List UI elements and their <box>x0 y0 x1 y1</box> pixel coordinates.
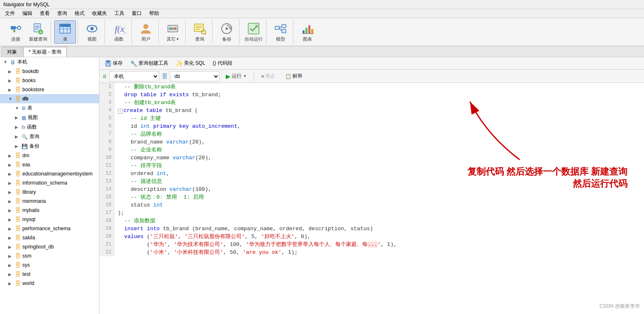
beautify-label: 美化 SQL <box>184 60 205 67</box>
connect-button[interactable]: + 连接 <box>5 20 27 44</box>
sidebar-memmana-label: memmana <box>22 198 46 204</box>
sidebar-local[interactable]: ▼ 🖥 本机 <box>0 57 99 67</box>
menu-edit[interactable]: 编辑 <box>19 9 36 18</box>
table-type-icon: ⊞ <box>22 105 26 111</box>
other-button[interactable]: 其它 ▼ <box>162 20 184 44</box>
tab-query[interactable]: * 无标题 - 查询 <box>23 47 67 57</box>
view-group: 视图 <box>80 19 105 44</box>
code-snippet-button[interactable]: () 代码段 <box>210 58 235 68</box>
sidebar-item-info-schema[interactable]: ▶ 🗄 information_schema <box>0 178 99 187</box>
user-button[interactable]: 用户 <box>135 20 157 44</box>
run-button[interactable]: ▶ 运行 ▼ <box>222 71 250 81</box>
menu-view[interactable]: 查看 <box>36 9 53 18</box>
sidebar-item-mysql[interactable]: ▶ 🗄 mysql <box>0 215 99 224</box>
svg-point-17 <box>90 27 94 30</box>
menu-window[interactable]: 窗口 <box>128 9 145 18</box>
svg-rect-44 <box>305 28 307 34</box>
sidebar-item-query-db[interactable]: ▶ 🔍 查询 <box>0 132 99 141</box>
beautify-sql-button[interactable]: ✨ 美化 SQL <box>173 58 208 68</box>
menu-help[interactable]: 帮助 <box>146 9 162 18</box>
sidebar-mybatis-label: mybatis <box>22 207 39 213</box>
bookdb-icon: 🗄 <box>15 68 21 75</box>
menu-format[interactable]: 格式 <box>71 9 88 18</box>
sidebar-item-db[interactable]: ▼ 🗄 db <box>0 94 99 103</box>
autorun-button[interactable]: 自动运行 <box>243 20 264 44</box>
new-query-button[interactable]: + 新建查询 <box>27 20 49 44</box>
fold-icon-4[interactable]: - <box>118 109 123 114</box>
sidebar-item-books[interactable]: ▶ 🗄 books <box>0 76 99 85</box>
query-create-icon: 🔧 <box>130 60 137 67</box>
sidebar-item-func[interactable]: ▶ fx 函数 <box>0 122 99 132</box>
library-expand-icon: ▶ <box>8 190 13 195</box>
code-line-16: status int <box>118 201 641 209</box>
sidebar-item-library[interactable]: ▶ 🗄 library <box>0 187 99 197</box>
query-group: 查询 <box>187 19 213 44</box>
svg-rect-39 <box>282 24 286 28</box>
query-create-label: 查询创建工具 <box>138 60 168 67</box>
menu-query[interactable]: 查询 <box>54 9 70 18</box>
query-create-button[interactable]: 🔧 查询创建工具 <box>127 58 171 68</box>
sidebar-item-bookstore[interactable]: ▶ 🗄 bookstore <box>0 85 99 94</box>
eas-expand-icon: ▶ <box>8 163 13 167</box>
code-line-12: ordered int, <box>118 170 641 178</box>
chart-button[interactable]: 图表 <box>297 20 318 44</box>
backup-button[interactable]: 备份 <box>216 20 237 44</box>
menu-tools[interactable]: 工具 <box>111 9 128 18</box>
svg-point-23 <box>169 27 172 30</box>
code-line-8: brand_name varchar(20), <box>118 138 641 146</box>
line-num-18: 18 <box>99 217 114 225</box>
save-icon <box>105 60 111 67</box>
sidebar-item-perf-schema[interactable]: ▶ 🗄 performance_schema <box>0 224 99 233</box>
sidebar-item-sys[interactable]: ▶ 🗄 sys <box>0 260 99 270</box>
model-button[interactable]: 模型 <box>270 20 291 44</box>
sidebar-item-table[interactable]: ▼ ⊞ 表 <box>0 103 99 113</box>
code-content[interactable]: -- 删除tb_brand表 drop table if exists tb_b… <box>114 83 644 256</box>
tab-object[interactable]: 对象 <box>2 47 22 57</box>
sidebar-item-springboot-db[interactable]: ▶ 🗄 springboot_db <box>0 242 99 251</box>
sql-editor[interactable]: 1 2 3 4 5 6 7 8 9 10 11 12 13 14 15 16 1… <box>99 83 644 314</box>
sidebar-item-eas[interactable]: ▶ 🗄 eas <box>0 160 99 169</box>
sidebar-item-world[interactable]: ▶ 🗄 world <box>0 279 99 288</box>
sidebar-item-bookdb[interactable]: ▶ 🗄 bookdb <box>0 67 99 76</box>
model-group: 模型 <box>268 19 293 44</box>
sidebar-func-label: 函数 <box>27 124 37 131</box>
run-icon: ▶ <box>226 73 230 80</box>
table-button[interactable]: 表 <box>54 20 76 44</box>
other-label: 其它 <box>167 36 176 42</box>
explain-button[interactable]: 📋 解释 <box>281 71 306 81</box>
sidebar-item-test[interactable]: ▶ 🗄 test <box>0 270 99 279</box>
view-button[interactable]: 视图 <box>81 20 103 44</box>
query-db-expand-icon: ▶ <box>15 134 20 139</box>
sidebar-ems-label: educationalmanagementsystem <box>22 171 92 177</box>
connection-select[interactable]: 本机 <box>109 71 159 81</box>
sidebar-item-backup-db[interactable]: ▶ 💾 备份 <box>0 141 99 151</box>
menu-favorites[interactable]: 收藏夹 <box>89 9 110 18</box>
bookstore-expand-icon: ▶ <box>8 88 13 92</box>
ems-expand-icon: ▶ <box>8 172 13 176</box>
sidebar-item-mybatis[interactable]: ▶ 🗄 mybatis <box>0 206 99 215</box>
function-group: f(x) 函数 <box>107 19 132 44</box>
menu-file[interactable]: 文件 <box>2 9 18 18</box>
sidebar-item-dm[interactable]: ▶ 🗄 dm <box>0 151 99 160</box>
line-num-7: 7 <box>99 130 114 138</box>
database-select[interactable]: db <box>170 71 220 81</box>
query-icon <box>193 22 206 35</box>
query-button[interactable]: 查询 <box>189 20 211 44</box>
sidebar-sys-label: sys <box>22 262 30 268</box>
sidebar-item-view[interactable]: ▶ ▦ 视图 <box>0 113 99 122</box>
svg-point-34 <box>225 27 228 30</box>
sidebar-item-memmana[interactable]: ▶ 🗄 memmana <box>0 197 99 206</box>
sidebar-item-ems[interactable]: ▶ 🗄 educationalmanagementsystem <box>0 169 99 178</box>
table-icon <box>58 22 72 35</box>
svg-point-24 <box>172 27 174 30</box>
sidebar-item-ssm[interactable]: ▶ 🗄 ssm <box>0 251 99 260</box>
view-icon <box>85 22 99 35</box>
save-button[interactable]: 保存 <box>102 58 126 68</box>
info-schema-expand-icon: ▶ <box>8 181 13 185</box>
sidebar-item-sakila[interactable]: ▶ 🗄 sakila <box>0 233 99 242</box>
function-button[interactable]: f(x) 函数 <box>108 20 130 44</box>
content-area: 保存 🔧 查询创建工具 ✨ 美化 SQL () 代码段 🖥 本机 🗄 db <box>99 57 644 314</box>
code-line-1: -- 删除tb_brand表 <box>118 83 641 91</box>
stop-button[interactable]: ■ 停止 <box>257 71 279 81</box>
db-icon: 🗄 <box>15 95 21 102</box>
